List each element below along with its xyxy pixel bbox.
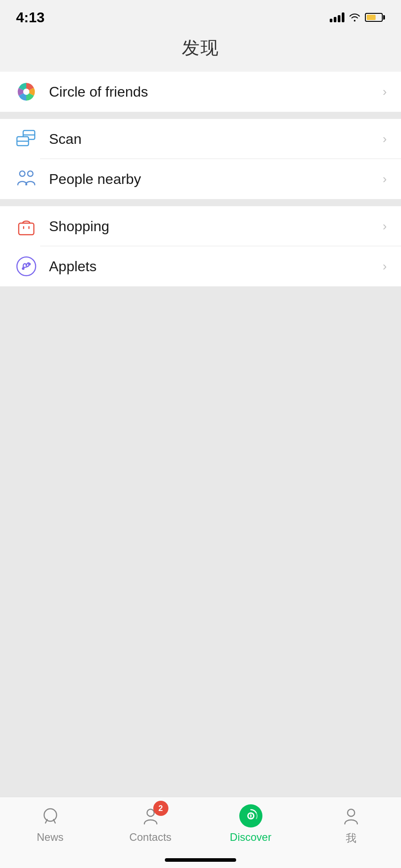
chevron-icon: › [383, 132, 387, 146]
discover-tab-label: Discover [230, 831, 271, 844]
tab-bar: News 2 Contacts [0, 797, 401, 868]
circle-of-friends-icon [14, 80, 38, 104]
status-bar: 4:13 [0, 0, 401, 31]
tab-item-discover[interactable]: Discover [217, 804, 284, 844]
signal-icon [330, 12, 344, 22]
menu-item-circle-of-friends-label: Circle of friends [49, 84, 378, 100]
battery-icon [365, 13, 385, 22]
svg-point-14 [44, 809, 57, 821]
contacts-tab-label: Contacts [129, 831, 172, 844]
home-indicator [165, 858, 236, 862]
page-title: 发现 [0, 36, 401, 60]
shopping-icon [14, 214, 38, 238]
svg-point-20 [348, 809, 355, 816]
news-tab-icon [39, 804, 62, 827]
tab-item-news[interactable]: News [17, 804, 84, 844]
news-tab-label: News [37, 831, 63, 844]
chevron-icon: › [383, 219, 387, 233]
svg-point-7 [28, 171, 33, 176]
menu-item-shopping[interactable]: Shopping › [0, 206, 401, 246]
chevron-icon: › [383, 259, 387, 273]
tab-item-me[interactable]: 我 [318, 804, 385, 845]
chevron-icon: › [383, 172, 387, 186]
svg-point-15 [147, 809, 154, 816]
people-nearby-icon [14, 167, 38, 191]
section-3: Shopping › Applets › [0, 206, 401, 286]
page-title-bar: 发现 [0, 31, 401, 72]
menu-item-people-nearby[interactable]: People nearby › [0, 159, 401, 199]
menu-item-people-nearby-label: People nearby [49, 171, 378, 187]
svg-point-13 [22, 267, 25, 270]
menu-item-applets[interactable]: Applets › [0, 246, 401, 286]
tab-item-contacts[interactable]: 2 Contacts [117, 804, 184, 844]
status-time: 4:13 [16, 9, 45, 26]
section-1: Circle of friends › [0, 72, 401, 112]
me-tab-label: 我 [346, 831, 356, 845]
me-tab-icon [340, 804, 363, 827]
chevron-icon: › [383, 85, 387, 99]
menu-item-circle-of-friends[interactable]: Circle of friends › [0, 72, 401, 112]
menu-item-shopping-label: Shopping [49, 218, 378, 235]
svg-point-6 [20, 171, 25, 176]
svg-rect-8 [19, 223, 34, 235]
wifi-icon [349, 13, 360, 22]
svg-point-1 [23, 89, 29, 95]
status-icons [330, 12, 385, 22]
menu-item-scan[interactable]: Scan › [0, 119, 401, 159]
discover-tab-icon [239, 804, 262, 827]
svg-point-12 [28, 263, 31, 265]
applets-icon [14, 254, 38, 278]
contacts-badge: 2 [153, 801, 168, 816]
menu-item-applets-label: Applets [49, 258, 378, 275]
scan-icon [14, 127, 38, 151]
menu-item-scan-label: Scan [49, 131, 378, 147]
contacts-tab-icon: 2 [139, 804, 162, 827]
section-2: Scan › People nearby › [0, 119, 401, 199]
